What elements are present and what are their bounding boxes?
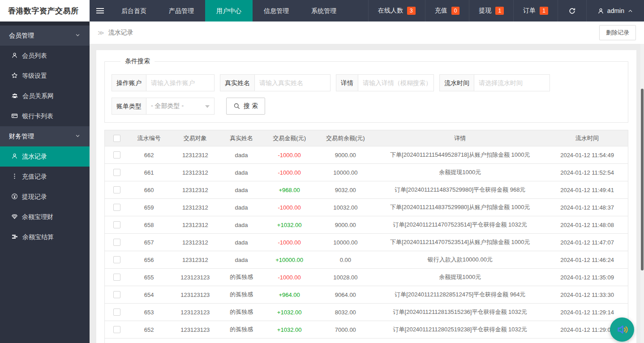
cell-amount: +1032.00: [262, 216, 317, 234]
cell-amount: -1000.00: [262, 339, 317, 343]
table-row: 655123123123的孤独感-1000.0010028.00余额提现1000…: [105, 269, 628, 286]
search-field-input[interactable]: [146, 74, 215, 91]
users-icon: [11, 92, 18, 100]
row-checkbox[interactable]: [113, 256, 120, 263]
row-checkbox[interactable]: [113, 151, 120, 159]
col-header-time: 流水时间: [546, 130, 628, 146]
sidebar-item-label: 余额宝理财: [22, 213, 53, 221]
cell-time: 2024-01-12 11:33:30: [546, 286, 628, 304]
search-actions-row: 账单类型 - 全部类型 - 搜 索: [112, 98, 621, 121]
search-field-input[interactable]: [474, 74, 550, 91]
nav-item[interactable]: 系统管理: [300, 0, 348, 21]
row-checkbox[interactable]: [113, 326, 120, 333]
row-checkbox[interactable]: [113, 169, 120, 176]
cell-amount: +964.00: [262, 286, 317, 304]
cell-flow-id: 654: [129, 286, 169, 304]
cell-amount: -1000.00: [262, 164, 317, 181]
cell-target: 123123123: [169, 321, 221, 339]
cell-flow-id: 655: [129, 269, 169, 286]
table-row: 66212312312dada-1000.009000.00下单[2024011…: [105, 146, 628, 164]
sidebar-item[interactable]: 充值记录: [0, 167, 90, 187]
col-header-amount: 交易金额(元): [262, 130, 317, 146]
menu-toggle-icon[interactable]: [90, 0, 110, 21]
cell-flow-id: 653: [129, 304, 169, 321]
cell-detail: 订单[20240112112813515236]平仓获得金额 1032元: [374, 304, 546, 321]
user-icon: [597, 8, 604, 14]
search-button-label: 搜 索: [244, 102, 258, 110]
sidebar-top-strip: [0, 21, 90, 26]
admin-user-menu[interactable]: admin: [586, 0, 644, 21]
star-icon: [11, 72, 18, 80]
sound-announcement-button[interactable]: [610, 317, 634, 342]
sidebar-item[interactable]: 提现记录: [0, 187, 90, 207]
table-row: 652123123123的孤独感+1032.007000.00订单[202401…: [105, 321, 628, 339]
nav-stat[interactable]: 充值0: [425, 0, 469, 21]
cell-time: 2024-01-12 11:48:37: [546, 199, 628, 216]
sidebar-item[interactable]: 余额宝结算: [0, 227, 90, 247]
breadcrumb-chevrons-icon: ≫: [98, 29, 104, 36]
delete-records-button[interactable]: 删除记录: [599, 25, 636, 40]
cell-real-name: 的孤独感: [221, 269, 262, 286]
sidebar-item[interactable]: 会员关系网: [0, 86, 90, 106]
sidebar-item[interactable]: 余额宝理财: [0, 207, 90, 227]
row-checkbox[interactable]: [113, 186, 120, 193]
sidebar-item[interactable]: 等级设置: [0, 66, 90, 86]
sidebar-item-label: 充值记录: [22, 173, 47, 181]
nav-stat[interactable]: 订单1: [513, 0, 558, 21]
row-checkbox[interactable]: [113, 204, 120, 211]
nav-item[interactable]: 用户中心: [205, 0, 253, 21]
cell-balance: 10000.00: [317, 234, 374, 251]
row-checkbox[interactable]: [113, 291, 120, 298]
search-button[interactable]: 搜 索: [226, 98, 265, 115]
cell-target: 123123123: [169, 269, 221, 286]
nav-item[interactable]: 信息管理: [253, 0, 300, 21]
row-checkbox[interactable]: [113, 221, 120, 228]
select-all-checkbox[interactable]: [113, 135, 120, 142]
cell-flow-id: 662: [129, 146, 169, 164]
refresh-icon[interactable]: [558, 0, 586, 21]
row-checkbox[interactable]: [113, 309, 120, 316]
nav-item[interactable]: 后台首页: [110, 0, 158, 21]
cell-balance: 9064.00: [317, 286, 374, 304]
cell-flow-id: 657: [129, 234, 169, 251]
cell-balance: 7000.00: [317, 321, 374, 339]
search-field-input[interactable]: [358, 74, 434, 91]
count-badge: 1: [495, 7, 504, 15]
nav-item[interactable]: 产品管理: [158, 0, 205, 21]
cell-real-name: dada: [221, 164, 262, 181]
cell-time: 2024-01-12 11:49:41: [546, 181, 628, 199]
navbar: 后台首页产品管理用户中心信息管理系统管理 在线人数3充值0提现1订单1 admi…: [90, 0, 644, 21]
sidebar-item-label: 余额宝结算: [22, 233, 54, 241]
sidebar-item[interactable]: 银行卡列表: [0, 106, 90, 126]
cell-target: 123123123: [169, 286, 221, 304]
cell-real-name: dada: [221, 234, 262, 251]
col-header-target: 交易对象: [169, 130, 221, 146]
nav-stat[interactable]: 在线人数3: [368, 0, 425, 21]
table-row: 65812312312dada+1032.009000.00订单[2024011…: [105, 216, 628, 234]
search-field: 操作账户: [112, 74, 215, 91]
sidebar-item[interactable]: 会员列表: [0, 46, 90, 66]
table-row: 66012312312dada+968.009032.00订单[20240112…: [105, 181, 628, 199]
sidebar-item-label: 会员列表: [22, 52, 47, 60]
sidebar-group-title[interactable]: 会员管理: [0, 26, 90, 46]
cell-time: 2024-01-12 11:48:08: [546, 216, 628, 234]
scrollbar-thumb[interactable]: [641, 89, 644, 270]
cell-amount: +10000.00: [262, 251, 317, 269]
table-header-row: 流水编号 交易对象 真实姓名 交易金额(元) 交易前余额(元) 详情 流水时间: [105, 130, 628, 146]
nav-stat[interactable]: 提现1: [469, 0, 513, 21]
cell-amount: -1000.00: [262, 269, 317, 286]
search-field-input[interactable]: [254, 74, 331, 91]
cell-amount: +1032.00: [262, 304, 317, 321]
table-row: 654123123123的孤独感+964.009064.00订单[2024011…: [105, 286, 628, 304]
sidebar-group-title[interactable]: 财务管理: [0, 126, 90, 146]
row-checkbox[interactable]: [113, 239, 120, 246]
sidebar-item-label: 等级设置: [22, 72, 47, 80]
sidebar-item[interactable]: 流水记录: [0, 146, 90, 167]
cell-real-name: dada: [221, 199, 262, 216]
nav-menu: 后台首页产品管理用户中心信息管理系统管理: [110, 0, 348, 21]
scrollbar-track[interactable]: [640, 44, 644, 343]
bill-type-select[interactable]: - 全部类型 -: [146, 98, 215, 115]
cell-balance: 0.00: [317, 251, 374, 269]
row-checkbox[interactable]: [113, 274, 120, 281]
search-field: 流水时间: [439, 74, 550, 91]
